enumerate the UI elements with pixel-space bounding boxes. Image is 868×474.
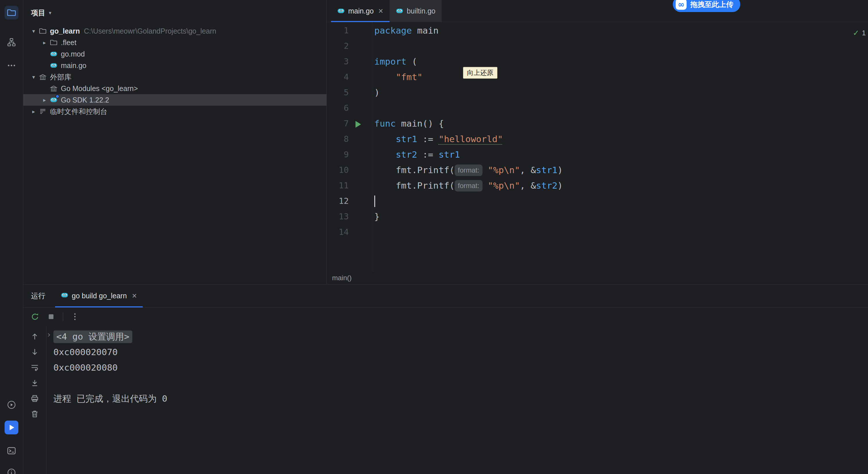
tree-item-go-learn[interactable]: ▾go_learnC:\Users\meowr\GolandProjects\g… (23, 25, 327, 37)
editor-tab-label: main.go (348, 7, 374, 15)
breadcrumb-item[interactable]: main() (332, 274, 352, 282)
tree-item-external-libraries[interactable]: ▾外部库 (23, 71, 327, 83)
trash-button[interactable] (28, 408, 41, 420)
project-panel-title: 项目 (31, 8, 45, 18)
code-line-8: str1 := "helloworld" (374, 131, 868, 147)
line-number-4: 4 (327, 69, 372, 85)
go-file-icon (50, 61, 58, 70)
run-outline-icon (7, 400, 16, 409)
chevron-down-icon: ▾ (49, 10, 51, 16)
editor-tab-builtin.go[interactable]: builtin.go (390, 0, 442, 22)
upload-label: 拖拽至此上传 (690, 0, 733, 9)
scroll-to-end-icon (30, 379, 39, 387)
editor-tab-label: builtin.go (407, 7, 435, 15)
expand-icon[interactable]: › (48, 330, 51, 339)
activity-project-folder-button[interactable] (5, 6, 19, 20)
project-panel-header[interactable]: 项目 ▾ (23, 0, 327, 25)
tree-item-main-go[interactable]: main.go (23, 60, 327, 71)
code-token (374, 72, 396, 82)
code-token: main (412, 25, 439, 36)
tree-item-scratches[interactable]: ▸临时文件和控制台 (23, 106, 327, 117)
folder-icon (50, 38, 58, 47)
run-tab-bar: 运行 go build go_learn × (23, 285, 868, 307)
tree-item-label: .fleet (61, 38, 76, 47)
code-line-9: str2 := str1 (374, 147, 868, 162)
text-cursor (374, 196, 375, 207)
tree-item-go-mod[interactable]: go.mod (23, 48, 327, 60)
run-tab[interactable]: go build go_learn × (55, 285, 143, 307)
tree-item-label: Go SDK 1.22.2 (61, 96, 109, 104)
activity-structure-button[interactable] (5, 35, 19, 49)
code-token: func (374, 118, 396, 129)
line-number-2: 2 (327, 38, 372, 54)
run-line-icon[interactable] (353, 119, 363, 128)
activity-info-button[interactable] (5, 466, 19, 474)
editor-tab-bar: main.go×builtin.go (327, 0, 868, 22)
code-line-2 (374, 38, 868, 54)
line-number-12: 12 (327, 193, 372, 209)
soft-wrap-button[interactable] (28, 361, 41, 374)
code-token: str2 (396, 149, 417, 159)
tree-item-go-modules[interactable]: Go Modules <go_learn> (23, 83, 327, 94)
chevron-right-icon[interactable]: ▸ (29, 108, 38, 115)
tree-item-go-sdk[interactable]: ▸Go SDK 1.22.2 (23, 94, 327, 106)
scratches-icon (38, 107, 47, 116)
chevron-down-icon[interactable]: ▾ (29, 28, 38, 34)
console-line: 进程 已完成，退出代码为 0 (53, 391, 868, 406)
run-console-area: › <4 go 设置调用>0xc0000200700xc000020080进程 … (23, 326, 868, 474)
activity-terminal-button[interactable] (5, 444, 19, 457)
more-vertical-icon (71, 313, 79, 321)
tree-item-label: go.mod (61, 50, 85, 58)
trash-icon (30, 410, 39, 418)
line-number-1: 1 (327, 23, 372, 38)
arrow-down-button[interactable] (28, 346, 41, 358)
arrow-up-button[interactable] (28, 330, 41, 343)
editor[interactable]: 1234567891011121314 package mainimport (… (327, 22, 868, 271)
code-token: ) (557, 180, 563, 190)
stop-button[interactable] (44, 310, 58, 323)
run-tool-window: 运行 go build go_learn × › <4 go 设置调用>0xc0… (23, 284, 868, 474)
inspections-widget[interactable]: ✓ 1 (853, 28, 866, 37)
code-area[interactable]: package mainimport ( "fmt")func main() {… (374, 23, 868, 240)
project-folder-icon (7, 8, 16, 17)
editor-gutter: 1234567891011121314 (327, 23, 372, 240)
activity-run-outline-button[interactable] (5, 398, 19, 412)
chevron-right-icon[interactable]: ▸ (40, 39, 50, 46)
tree-item-label: go_learn (50, 27, 80, 35)
chevron-right-icon[interactable]: ▸ (40, 97, 50, 103)
code-token (374, 149, 396, 159)
activity-run-tool-button[interactable] (5, 421, 19, 434)
chevron-down-icon[interactable]: ▾ (29, 74, 38, 80)
tree-item-label: 临时文件和控制台 (50, 107, 107, 116)
code-line-10: fmt.Printf(format: "%p\n", &str1) (374, 162, 868, 178)
more-vertical-button[interactable] (68, 310, 82, 323)
stop-icon (47, 313, 55, 321)
code-line-12 (374, 193, 868, 209)
tree-item-fleet[interactable]: ▸.fleet (23, 37, 327, 48)
upload-overlay-button[interactable]: ∞ 拖拽至此上传 (673, 0, 740, 12)
code-token: fmt.Printf( (374, 180, 455, 190)
scroll-to-end-button[interactable] (28, 377, 41, 389)
console-line (53, 375, 868, 391)
editor-pane: main.go×builtin.go 1234567891011121314 p… (327, 0, 868, 284)
editor-tab-main.go[interactable]: main.go× (331, 0, 390, 22)
activity-more-button[interactable] (5, 59, 19, 72)
close-tab-icon[interactable]: × (378, 7, 383, 15)
code-line-11: fmt.Printf(format: "%p\n", &str2) (374, 178, 868, 193)
run-tool-title: 运行 (31, 291, 45, 301)
line-number-13: 13 (327, 209, 372, 224)
console-output[interactable]: › <4 go 设置调用>0xc0000200700xc000020080进程 … (46, 326, 868, 474)
folder-icon (38, 27, 47, 35)
info-icon (7, 468, 16, 474)
rerun-button[interactable] (28, 310, 42, 323)
printer-icon (30, 394, 39, 403)
printer-button[interactable] (28, 392, 41, 405)
line-number-3: 3 (327, 54, 372, 69)
rerun-icon (31, 313, 39, 321)
library-icon (50, 84, 58, 93)
close-tab-icon[interactable]: × (132, 292, 137, 300)
console-highlighted-text: <4 go 设置调用> (53, 330, 132, 343)
project-panel: 项目 ▾ ▾go_learnC:\Users\meowr\GolandProje… (23, 0, 327, 284)
line-number-6: 6 (327, 100, 372, 116)
tree-item-label: Go Modules <go_learn> (61, 84, 138, 93)
